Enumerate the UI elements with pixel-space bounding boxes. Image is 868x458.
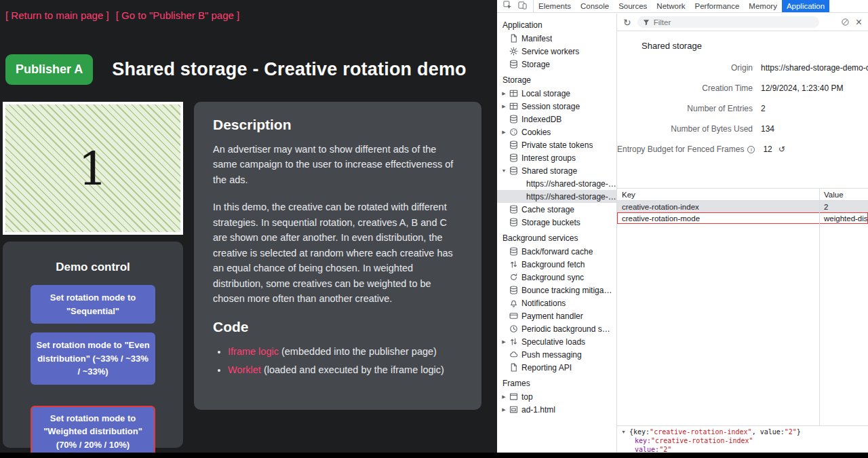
clear-icon[interactable] — [841, 18, 850, 26]
publisher-b-link[interactable]: [ Go to "Publisher B" page ] — [116, 9, 239, 21]
metadata-row-creation-time: Creation Time12/9/2024, 1:23:40 PM — [617, 78, 868, 98]
metadata-value: 12↺ — [763, 145, 785, 154]
sidebar-item-label: Storage buckets — [521, 218, 580, 227]
preview-token: } — [797, 427, 801, 436]
sidebar-item-interest-groups[interactable]: Interest groups — [497, 151, 616, 164]
sidebar-item-local-storage[interactable]: ▶Local storage — [497, 87, 616, 100]
metadata-row-origin: Originhttps://shared-storage-demo-co — [617, 58, 868, 78]
sidebar-item-manifest[interactable]: Manifest — [497, 32, 616, 45]
top-links: [ Return to main page ] [ Go to "Publish… — [5, 9, 243, 21]
sidebar-item-label: Periodic background s… — [521, 324, 610, 334]
info-icon[interactable]: i — [747, 146, 755, 153]
code-link-iframe-logic[interactable]: Iframe logic — [228, 346, 279, 357]
close-icon[interactable]: × — [856, 17, 862, 28]
table-row-creative-rotation-index[interactable]: creative-rotation-index2 — [617, 201, 868, 212]
filter-input[interactable] — [654, 18, 789, 26]
caret-right-icon[interactable]: ▶ — [499, 339, 509, 345]
metadata-row-number-of-bytes-used: Number of Bytes Used134 — [617, 119, 868, 139]
sidebar-item-label: Push messaging — [521, 350, 582, 360]
return-main-link[interactable]: [ Return to main page ] — [5, 9, 109, 21]
rotation-mode-button-set-rotation-mode-to-sequential[interactable]: Set rotation mode to "Sequential" — [31, 285, 155, 324]
tab-network[interactable]: Network — [652, 0, 690, 12]
sidebar-item-storage[interactable]: Storage — [497, 58, 616, 71]
metadata-row-entropy-budget-for-fenced-frames: Entropy Budget for Fenced Framesi12↺ — [617, 139, 868, 159]
sidebar-item-notifications[interactable]: Notifications — [497, 297, 616, 309]
creative-frame: 1 — [3, 102, 183, 235]
filter-box[interactable] — [637, 16, 819, 28]
table-row-creative-rotation-mode[interactable]: creative-rotation-modeweighted-distribut… — [617, 212, 868, 224]
sidebar-item-label: Manifest — [521, 34, 552, 43]
description-heading: Description — [213, 117, 462, 133]
sidebar-item-background-sync[interactable]: Background sync — [497, 271, 616, 284]
db-icon — [509, 286, 518, 295]
sidebar-item-shared-storage[interactable]: ▼Shared storage — [497, 164, 616, 177]
code-bullet-text: (loaded and executed by the iframe logic… — [261, 364, 444, 375]
sidebar-item-payment-handler[interactable]: Payment handler — [497, 309, 616, 322]
code-link-worklet[interactable]: Worklet — [228, 364, 261, 375]
caret-right-icon[interactable]: ▶ — [499, 130, 509, 135]
frame-icon — [509, 392, 518, 402]
sidebar-item-bounce-tracking-mitiga[interactable]: Bounce tracking mitiga… — [497, 284, 616, 297]
sidebar-item-periodic-background-s[interactable]: Periodic background s… — [497, 322, 616, 335]
doc-icon — [509, 34, 518, 43]
metadata-label: Creation Time — [617, 83, 753, 93]
tab-application[interactable]: Application — [782, 0, 829, 12]
tab-elements[interactable]: Elements — [534, 0, 576, 12]
reset-budget-icon[interactable]: ↺ — [778, 145, 785, 154]
tab-memory[interactable]: Memory — [744, 0, 782, 12]
preview-token: {key: — [629, 427, 650, 436]
page-title: Shared storage - Creative rotation demo — [112, 59, 466, 80]
sidebar-item-https-shared-storage-d[interactable]: https://shared-storage-d… — [497, 190, 616, 203]
sidebar-item-session-storage[interactable]: ▶Session storage — [497, 100, 616, 113]
preview-caret-icon[interactable]: ▼ — [621, 427, 629, 436]
inspect-icon[interactable] — [503, 1, 512, 12]
sidebar-item-label: Service workers — [521, 47, 579, 56]
caret-right-icon[interactable]: ▶ — [499, 91, 509, 96]
sidebar-item-reporting-api[interactable]: Reporting API — [497, 361, 616, 374]
sidebar-item-ad-1-html[interactable]: ▶ad-1.html — [497, 403, 616, 416]
screenshot-root: [ Return to main page ] [ Go to "Publish… — [0, 0, 868, 458]
metadata-label: Number of Bytes Used — [617, 124, 753, 134]
rotation-mode-button-set-rotation-mode-to-weighted-distributi[interactable]: Set rotation mode to "Weighted distribut… — [31, 406, 155, 458]
sidebar-item-private-state-tokens[interactable]: Private state tokens — [497, 138, 616, 151]
updown-icon — [509, 260, 518, 269]
preview-token: "creative-rotation-index" — [650, 427, 752, 436]
sidebar-item-label: Back/forward cache — [521, 247, 593, 256]
refresh-icon[interactable]: ↻ — [623, 18, 631, 27]
sidebar-item-back-forward-cache[interactable]: Back/forward cache — [497, 245, 616, 258]
caret-right-icon[interactable]: ▶ — [499, 104, 509, 109]
code-heading: Code — [213, 319, 462, 335]
device-toolbar-icon[interactable] — [518, 1, 527, 12]
column-header-value[interactable]: Value — [819, 191, 868, 199]
tab-console[interactable]: Console — [576, 0, 614, 12]
pane-toolbar: ↻ × — [617, 14, 868, 31]
updown-icon — [509, 337, 518, 347]
demo-control-title: Demo control — [3, 242, 183, 274]
sidebar-item-storage-buckets[interactable]: Storage buckets — [497, 216, 616, 229]
code-bullet: Iframe logic (embedded into the publishe… — [228, 344, 462, 359]
tab-sources[interactable]: Sources — [614, 0, 652, 12]
caret-right-icon[interactable]: ▶ — [499, 407, 509, 413]
sidebar-item-speculative-loads[interactable]: ▶Speculative loads — [497, 335, 616, 348]
sidebar-item-cache-storage[interactable]: Cache storage — [497, 203, 616, 216]
sidebar-item-indexeddb[interactable]: IndexedDB — [497, 113, 616, 126]
rotation-mode-button-set-rotation-mode-to-even-distribution-3[interactable]: Set rotation mode to "Even distribution"… — [31, 332, 155, 385]
sidebar-item-service-workers[interactable]: Service workers — [497, 45, 616, 58]
db-icon — [509, 218, 518, 227]
sidebar-item-https-shared-storage-d[interactable]: https://shared-storage-d… — [497, 177, 616, 190]
table-icon — [509, 102, 518, 111]
preview-token: "2" — [659, 445, 671, 453]
sidebar-item-label: Payment handler — [521, 311, 583, 321]
sidebar-item-background-fetch[interactable]: Background fetch — [497, 258, 616, 271]
caret-right-icon[interactable]: ▶ — [499, 394, 509, 400]
caret-down-icon[interactable]: ▼ — [499, 168, 509, 173]
sidebar-item-push-messaging[interactable]: Push messaging — [497, 348, 616, 361]
sidebar-item-top[interactable]: ▶top — [497, 390, 616, 403]
tab-performance[interactable]: Performance — [690, 0, 745, 12]
metadata-label: Number of Entries — [617, 104, 753, 113]
sidebar-item-cookies[interactable]: ▶Cookies — [497, 126, 616, 138]
sidebar-item-label: Shared storage — [521, 166, 577, 176]
column-header-key[interactable]: Key — [617, 191, 819, 199]
preview-token: , value: — [752, 427, 785, 436]
cell-key: creative-rotation-mode — [617, 214, 819, 223]
